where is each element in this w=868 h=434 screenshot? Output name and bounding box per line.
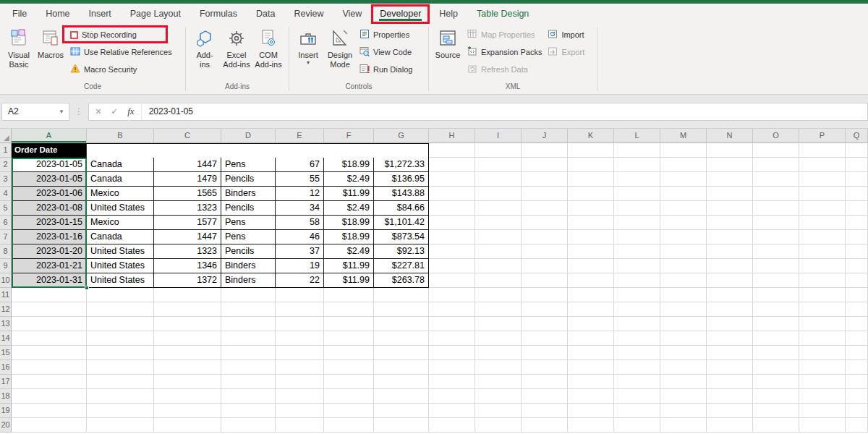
cell-I20[interactable] bbox=[475, 418, 522, 433]
cell-O12[interactable] bbox=[753, 302, 799, 317]
cell-C12[interactable] bbox=[154, 302, 221, 317]
cell-H15[interactable] bbox=[429, 346, 475, 360]
cell-C8[interactable]: 1323 bbox=[154, 244, 221, 259]
cell-C3[interactable]: 1479 bbox=[154, 172, 221, 187]
cell-G6[interactable]: $1,101.42 bbox=[374, 216, 429, 230]
cell-J3[interactable] bbox=[522, 172, 568, 187]
cell-D9[interactable]: Binders bbox=[221, 259, 276, 273]
cell-F8[interactable]: $2.49 bbox=[324, 244, 374, 259]
cell-M7[interactable] bbox=[660, 230, 707, 244]
cell-P13[interactable] bbox=[799, 317, 846, 331]
cell-L2[interactable] bbox=[614, 158, 660, 172]
cell-A14[interactable] bbox=[12, 331, 87, 346]
row-header-6[interactable]: 6 bbox=[0, 216, 12, 230]
cell-E8[interactable]: 37 bbox=[276, 244, 324, 259]
design-mode-button[interactable]: DesignMode bbox=[324, 26, 356, 69]
cell-L11[interactable] bbox=[614, 288, 660, 302]
cell-K15[interactable] bbox=[568, 346, 614, 360]
cell-H9[interactable] bbox=[429, 259, 475, 273]
cell-N11[interactable] bbox=[707, 288, 753, 302]
com-addins-button[interactable]: COMAdd-ins bbox=[252, 26, 284, 69]
column-header-J[interactable]: J bbox=[522, 129, 568, 143]
cell-Q14[interactable] bbox=[846, 331, 868, 346]
cell-E2[interactable]: 67 bbox=[276, 158, 324, 172]
cell-O8[interactable] bbox=[753, 244, 799, 259]
cell-H20[interactable] bbox=[429, 418, 475, 433]
cell-K5[interactable] bbox=[568, 201, 614, 216]
cell-I8[interactable] bbox=[475, 244, 522, 259]
column-header-G[interactable]: G bbox=[374, 129, 429, 143]
row-header-8[interactable]: 8 bbox=[0, 244, 12, 259]
cell-G8[interactable]: $92.13 bbox=[374, 244, 429, 259]
cell-G18[interactable] bbox=[374, 389, 429, 404]
cell-G4[interactable]: $143.88 bbox=[374, 187, 429, 201]
cell-N12[interactable] bbox=[707, 302, 753, 317]
cell-D5[interactable]: Pencils bbox=[221, 201, 276, 216]
tab-view[interactable]: View bbox=[333, 4, 371, 24]
cell-C15[interactable] bbox=[154, 346, 221, 360]
cell-B11[interactable] bbox=[87, 288, 154, 302]
cell-F18[interactable] bbox=[324, 389, 374, 404]
row-header-15[interactable]: 15 bbox=[0, 346, 12, 360]
cell-K19[interactable] bbox=[568, 404, 614, 418]
cell-C5[interactable]: 1323 bbox=[154, 201, 221, 216]
cell-L16[interactable] bbox=[614, 360, 660, 375]
cell-O4[interactable] bbox=[753, 187, 799, 201]
cell-E10[interactable]: 22 bbox=[276, 273, 324, 288]
cell-N2[interactable] bbox=[707, 158, 753, 172]
cell-C16[interactable] bbox=[154, 360, 221, 375]
cell-L15[interactable] bbox=[614, 346, 660, 360]
cell-P3[interactable] bbox=[799, 172, 846, 187]
cell-D19[interactable] bbox=[221, 404, 276, 418]
cell-N8[interactable] bbox=[707, 244, 753, 259]
cell-N5[interactable] bbox=[707, 201, 753, 216]
cell-G2[interactable]: $1,272.33 bbox=[374, 158, 429, 172]
cell-E15[interactable] bbox=[276, 346, 324, 360]
cell-E20[interactable] bbox=[276, 418, 324, 433]
cell-D3[interactable]: Pencils bbox=[221, 172, 276, 187]
cell-A1[interactable]: Order Date bbox=[12, 143, 87, 158]
cell-P12[interactable] bbox=[799, 302, 846, 317]
column-header-C[interactable]: C bbox=[154, 129, 221, 143]
row-header-3[interactable]: 3 bbox=[0, 172, 12, 187]
enter-icon[interactable]: ✓ bbox=[111, 106, 118, 116]
cell-G3[interactable]: $136.95 bbox=[374, 172, 429, 187]
cell-L3[interactable] bbox=[614, 172, 660, 187]
cell-Q19[interactable] bbox=[846, 404, 868, 418]
cell-K7[interactable] bbox=[568, 230, 614, 244]
cell-F3[interactable]: $2.49 bbox=[324, 172, 374, 187]
tab-file[interactable]: File bbox=[3, 4, 36, 24]
cell-I18[interactable] bbox=[475, 389, 522, 404]
column-header-H[interactable]: H bbox=[429, 129, 475, 143]
cell-J9[interactable] bbox=[522, 259, 568, 273]
cell-J10[interactable] bbox=[522, 273, 568, 288]
cell-I10[interactable] bbox=[475, 273, 522, 288]
cell-C17[interactable] bbox=[154, 375, 221, 389]
cell-K1[interactable] bbox=[568, 143, 614, 158]
cell-A2[interactable]: 2023-01-05 bbox=[12, 158, 87, 172]
cell-Q12[interactable] bbox=[846, 302, 868, 317]
cell-F14[interactable] bbox=[324, 331, 374, 346]
cell-N4[interactable] bbox=[707, 187, 753, 201]
cell-Q15[interactable] bbox=[846, 346, 868, 360]
cell-A19[interactable] bbox=[12, 404, 87, 418]
row-header-16[interactable]: 16 bbox=[0, 360, 12, 375]
cell-D12[interactable] bbox=[221, 302, 276, 317]
cell-J19[interactable] bbox=[522, 404, 568, 418]
cell-M10[interactable] bbox=[660, 273, 707, 288]
cell-K4[interactable] bbox=[568, 187, 614, 201]
cell-C10[interactable]: 1372 bbox=[154, 273, 221, 288]
cell-M16[interactable] bbox=[660, 360, 707, 375]
cell-K8[interactable] bbox=[568, 244, 614, 259]
cell-O20[interactable] bbox=[753, 418, 799, 433]
cell-B20[interactable] bbox=[87, 418, 154, 433]
cell-O10[interactable] bbox=[753, 273, 799, 288]
cell-I19[interactable] bbox=[475, 404, 522, 418]
cell-A4[interactable]: 2023-01-06 bbox=[12, 187, 87, 201]
cell-I5[interactable] bbox=[475, 201, 522, 216]
tab-review[interactable]: Review bbox=[284, 4, 333, 24]
row-header-2[interactable]: 2 bbox=[0, 158, 12, 172]
column-header-I[interactable]: I bbox=[475, 129, 522, 143]
cell-I7[interactable] bbox=[475, 230, 522, 244]
cell-N3[interactable] bbox=[707, 172, 753, 187]
